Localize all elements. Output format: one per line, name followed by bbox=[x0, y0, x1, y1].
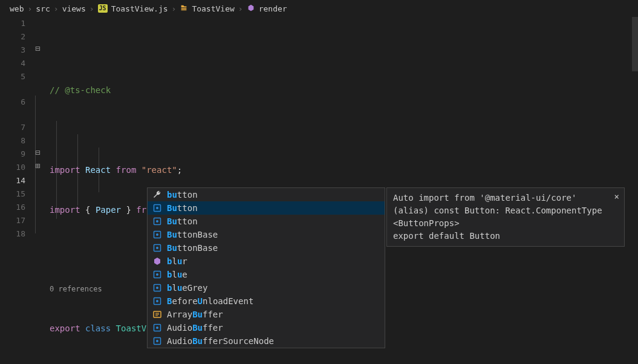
line-number: 14 bbox=[0, 174, 25, 187]
crumb-class[interactable]: ToastView bbox=[192, 4, 234, 13]
chevron-right-icon: › bbox=[27, 4, 32, 13]
vertical-scrollbar[interactable] bbox=[630, 17, 638, 364]
svg-point-18 bbox=[156, 340, 158, 342]
breadcrumb[interactable]: web › src › views › JS ToastView.js › To… bbox=[0, 0, 638, 17]
crumb-views[interactable]: views bbox=[62, 4, 86, 13]
crumb-method[interactable]: render bbox=[259, 4, 287, 13]
completion-kind-icon bbox=[152, 190, 162, 200]
suggestion-label: blueGrey bbox=[167, 282, 380, 294]
intellisense-popup[interactable]: buttonButtonButtonButtonBaseButtonBasebl… bbox=[147, 187, 385, 348]
chevron-right-icon: › bbox=[90, 4, 94, 13]
code-line: // @ts-check bbox=[50, 83, 638, 97]
line-number: 9 bbox=[0, 148, 25, 161]
ident: Paper bbox=[96, 205, 121, 215]
line-number: 8 bbox=[0, 134, 25, 148]
suggestion-label: blur bbox=[167, 255, 380, 268]
suggestion-item[interactable]: ButtonBase bbox=[148, 241, 385, 255]
close-icon[interactable]: × bbox=[614, 190, 619, 203]
svg-point-11 bbox=[156, 287, 158, 289]
suggestion-label: ButtonBase bbox=[167, 242, 380, 255]
completion-kind-icon bbox=[152, 216, 162, 226]
chevron-right-icon: › bbox=[54, 4, 59, 13]
details-line: (alias) const Button: React.ComponentTyp… bbox=[393, 204, 618, 217]
line-number: 18 bbox=[0, 227, 25, 241]
suggestion-label: ArrayBuffer bbox=[167, 308, 380, 321]
crumb-web[interactable]: web bbox=[10, 4, 24, 13]
fold-expand-icon[interactable]: ⊞ bbox=[35, 161, 40, 171]
completion-kind-icon bbox=[152, 230, 162, 239]
crumb-file[interactable]: ToastView.js bbox=[111, 4, 168, 13]
suggestion-item[interactable]: blueGrey bbox=[148, 281, 385, 294]
line-number: 1 bbox=[0, 17, 25, 30]
suggestion-item[interactable]: Button bbox=[148, 201, 385, 215]
suggestion-label: AudioBuffer bbox=[167, 322, 380, 334]
suggestion-details: × Auto import from '@material-ui/core' (… bbox=[386, 187, 625, 247]
line-number: 7 bbox=[0, 121, 25, 134]
ident: React bbox=[85, 165, 111, 175]
codelens-spacer bbox=[0, 109, 25, 121]
indent-guides bbox=[35, 17, 66, 364]
js-file-icon: JS bbox=[98, 4, 108, 13]
details-line: export default Button bbox=[393, 230, 618, 242]
svg-point-9 bbox=[156, 273, 158, 276]
details-line: <ButtonProps> bbox=[393, 217, 618, 230]
line-number: 16 bbox=[0, 201, 25, 214]
completion-kind-icon bbox=[152, 296, 162, 306]
svg-point-1 bbox=[156, 207, 158, 209]
suggestion-item[interactable]: button bbox=[148, 188, 385, 201]
suggestion-label: AudioBufferSourceNode bbox=[167, 335, 380, 348]
code-line bbox=[50, 123, 638, 137]
chevron-right-icon: › bbox=[238, 4, 243, 13]
suggestion-item[interactable]: ButtonBase bbox=[148, 228, 385, 241]
method-symbol-icon bbox=[247, 4, 255, 14]
brace: } bbox=[121, 205, 131, 215]
suggestion-label: Button bbox=[167, 202, 380, 215]
svg-point-7 bbox=[156, 247, 158, 249]
codelens[interactable]: 7 references bbox=[50, 362, 638, 364]
svg-point-16 bbox=[156, 327, 158, 329]
completion-kind-icon bbox=[152, 270, 162, 279]
line-number: 4 bbox=[0, 57, 25, 70]
suggestion-item[interactable]: blur bbox=[148, 255, 385, 268]
codelens-spacer bbox=[0, 83, 25, 96]
class-symbol-icon bbox=[180, 4, 188, 14]
fold-collapse-icon[interactable]: ⊟ bbox=[35, 148, 40, 157]
kw: from bbox=[116, 165, 137, 175]
code-line: import React from "react"; bbox=[50, 163, 638, 177]
line-gutter: 1 2 3 4 5 6 7 8 9 10 14 15 16 17 18 bbox=[0, 17, 35, 364]
suggestion-label: BeforeUnloadEvent bbox=[167, 295, 380, 308]
fold-collapse-icon[interactable]: ⊟ bbox=[35, 44, 40, 53]
suggestion-item[interactable]: blue bbox=[148, 268, 385, 281]
suggestion-label: button bbox=[167, 189, 380, 201]
kw: export bbox=[50, 323, 80, 333]
suggestion-item[interactable]: BeforeUnloadEvent bbox=[148, 294, 385, 308]
line-number: 15 bbox=[0, 187, 25, 201]
completion-kind-icon bbox=[152, 243, 162, 253]
brace: { bbox=[85, 205, 96, 215]
completion-kind-icon bbox=[152, 256, 162, 266]
kw: import bbox=[50, 165, 80, 175]
suggestion-item[interactable]: ArrayBuffer bbox=[148, 308, 385, 321]
completion-kind-icon bbox=[152, 336, 162, 346]
completion-kind-icon bbox=[152, 283, 162, 293]
line-number: 2 bbox=[0, 30, 25, 44]
line-number: 5 bbox=[0, 70, 25, 83]
kw: import bbox=[50, 205, 80, 215]
suggestion-item[interactable]: Button bbox=[148, 215, 385, 228]
crumb-src[interactable]: src bbox=[36, 4, 50, 13]
completion-kind-icon bbox=[152, 203, 162, 213]
suggestion-label: ButtonBase bbox=[167, 229, 380, 241]
line-number: 17 bbox=[0, 214, 25, 227]
scrollbar-thumb[interactable] bbox=[632, 17, 638, 71]
comment-text: // @ts-check bbox=[50, 85, 111, 95]
suggestion-item[interactable]: AudioBuffer bbox=[148, 321, 385, 334]
svg-point-13 bbox=[156, 300, 158, 302]
svg-point-3 bbox=[156, 220, 158, 223]
line-number: 6 bbox=[0, 96, 25, 109]
svg-point-5 bbox=[156, 233, 158, 236]
details-line: Auto import from '@material-ui/core' bbox=[393, 192, 618, 204]
suggestion-item[interactable]: AudioBufferSourceNode bbox=[148, 334, 385, 348]
kw: class bbox=[85, 323, 111, 333]
completion-kind-icon bbox=[152, 323, 162, 333]
suggestion-label: Button bbox=[167, 215, 380, 228]
